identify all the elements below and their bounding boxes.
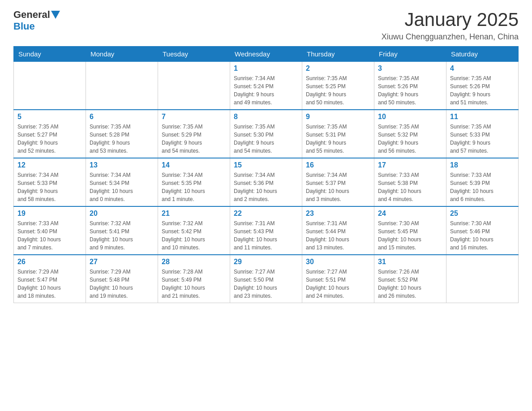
day-info: Sunrise: 7:35 AM Sunset: 5:33 PM Dayligh… [450,123,515,155]
logo-general-text: General [13,9,50,21]
day-info: Sunrise: 7:33 AM Sunset: 5:40 PM Dayligh… [17,219,82,252]
calendar-cell: 4Sunrise: 7:35 AM Sunset: 5:26 PM Daylig… [446,62,519,110]
logo-arrow-icon [51,11,60,19]
location-subtitle: Xiuwu Chengguanzhen, Henan, China [382,32,519,42]
day-number: 27 [90,258,154,266]
day-info: Sunrise: 7:35 AM Sunset: 5:26 PM Dayligh… [450,74,515,107]
calendar-cell: 15Sunrise: 7:34 AM Sunset: 5:36 PM Dayli… [230,158,302,206]
day-number: 4 [450,64,515,73]
day-number: 10 [378,113,442,121]
weekday-header-monday: Monday [86,47,158,62]
day-number: 24 [378,210,442,218]
day-info: Sunrise: 7:35 AM Sunset: 5:25 PM Dayligh… [306,74,370,107]
calendar-cell: 5Sunrise: 7:35 AM Sunset: 5:27 PM Daylig… [14,110,86,158]
calendar-header-row: SundayMondayTuesdayWednesdayThursdayFrid… [14,47,519,62]
calendar-week-row: 12Sunrise: 7:34 AM Sunset: 5:33 PM Dayli… [14,158,519,206]
day-number: 26 [17,258,82,266]
day-info: Sunrise: 7:33 AM Sunset: 5:39 PM Dayligh… [450,171,515,203]
day-number: 11 [450,113,515,121]
calendar-cell: 18Sunrise: 7:33 AM Sunset: 5:39 PM Dayli… [446,158,519,206]
day-info: Sunrise: 7:35 AM Sunset: 5:28 PM Dayligh… [90,123,154,155]
day-info: Sunrise: 7:32 AM Sunset: 5:41 PM Dayligh… [90,219,154,252]
calendar-cell: 14Sunrise: 7:34 AM Sunset: 5:35 PM Dayli… [158,158,230,206]
day-info: Sunrise: 7:35 AM Sunset: 5:26 PM Dayligh… [378,74,442,107]
day-info: Sunrise: 7:32 AM Sunset: 5:42 PM Dayligh… [162,219,226,252]
calendar-week-row: 26Sunrise: 7:29 AM Sunset: 5:47 PM Dayli… [14,255,519,303]
day-info: Sunrise: 7:35 AM Sunset: 5:31 PM Dayligh… [306,123,370,155]
day-number: 28 [162,258,226,266]
calendar-cell: 28Sunrise: 7:28 AM Sunset: 5:49 PM Dayli… [158,255,230,303]
calendar-cell: 13Sunrise: 7:34 AM Sunset: 5:34 PM Dayli… [86,158,158,206]
day-number: 23 [306,210,370,218]
calendar-cell: 25Sunrise: 7:30 AM Sunset: 5:46 PM Dayli… [446,206,519,255]
day-number: 25 [450,210,515,218]
day-number: 8 [234,113,298,121]
calendar-cell: 26Sunrise: 7:29 AM Sunset: 5:47 PM Dayli… [14,255,86,303]
day-number: 18 [450,161,515,169]
page-header: General Blue January 2025 Xiuwu Chenggua… [13,9,519,42]
calendar-cell: 8Sunrise: 7:35 AM Sunset: 5:30 PM Daylig… [230,110,302,158]
calendar-cell: 2Sunrise: 7:35 AM Sunset: 5:25 PM Daylig… [302,62,374,110]
day-number: 7 [162,113,226,121]
title-section: January 2025 Xiuwu Chengguanzhen, Henan,… [382,9,519,42]
day-info: Sunrise: 7:35 AM Sunset: 5:27 PM Dayligh… [17,123,82,155]
day-info: Sunrise: 7:27 AM Sunset: 5:50 PM Dayligh… [234,268,298,300]
weekday-header-thursday: Thursday [302,47,374,62]
day-number: 13 [90,161,154,169]
calendar-cell [446,255,519,303]
calendar-cell [158,62,230,110]
calendar-cell [86,62,158,110]
day-info: Sunrise: 7:29 AM Sunset: 5:48 PM Dayligh… [90,268,154,300]
day-info: Sunrise: 7:27 AM Sunset: 5:51 PM Dayligh… [306,268,370,300]
weekday-header-tuesday: Tuesday [158,47,230,62]
day-info: Sunrise: 7:31 AM Sunset: 5:44 PM Dayligh… [306,219,370,252]
calendar-cell: 11Sunrise: 7:35 AM Sunset: 5:33 PM Dayli… [446,110,519,158]
calendar-cell: 22Sunrise: 7:31 AM Sunset: 5:43 PM Dayli… [230,206,302,255]
calendar-cell: 7Sunrise: 7:35 AM Sunset: 5:29 PM Daylig… [158,110,230,158]
day-number: 3 [378,64,442,73]
day-number: 29 [234,258,298,266]
calendar-cell: 30Sunrise: 7:27 AM Sunset: 5:51 PM Dayli… [302,255,374,303]
weekday-header-friday: Friday [374,47,446,62]
calendar-cell: 27Sunrise: 7:29 AM Sunset: 5:48 PM Dayli… [86,255,158,303]
calendar-cell: 6Sunrise: 7:35 AM Sunset: 5:28 PM Daylig… [86,110,158,158]
day-info: Sunrise: 7:30 AM Sunset: 5:46 PM Dayligh… [450,219,515,252]
day-number: 21 [162,210,226,218]
day-number: 2 [306,64,370,73]
calendar-cell: 31Sunrise: 7:26 AM Sunset: 5:52 PM Dayli… [374,255,446,303]
day-info: Sunrise: 7:35 AM Sunset: 5:29 PM Dayligh… [162,123,226,155]
day-number: 30 [306,258,370,266]
calendar-week-row: 5Sunrise: 7:35 AM Sunset: 5:27 PM Daylig… [14,110,519,158]
weekday-header-wednesday: Wednesday [230,47,302,62]
day-number: 14 [162,161,226,169]
day-info: Sunrise: 7:34 AM Sunset: 5:33 PM Dayligh… [17,171,82,203]
day-number: 15 [234,161,298,169]
day-info: Sunrise: 7:29 AM Sunset: 5:47 PM Dayligh… [17,268,82,300]
day-info: Sunrise: 7:34 AM Sunset: 5:36 PM Dayligh… [234,171,298,203]
day-number: 22 [234,210,298,218]
calendar-cell [14,62,86,110]
calendar-cell: 9Sunrise: 7:35 AM Sunset: 5:31 PM Daylig… [302,110,374,158]
day-number: 19 [17,210,82,218]
calendar-week-row: 19Sunrise: 7:33 AM Sunset: 5:40 PM Dayli… [14,206,519,255]
calendar-cell: 16Sunrise: 7:34 AM Sunset: 5:37 PM Dayli… [302,158,374,206]
day-number: 12 [17,161,82,169]
day-number: 9 [306,113,370,121]
day-info: Sunrise: 7:31 AM Sunset: 5:43 PM Dayligh… [234,219,298,252]
month-title: January 2025 [382,9,519,30]
day-info: Sunrise: 7:30 AM Sunset: 5:45 PM Dayligh… [378,219,442,252]
day-number: 6 [90,113,154,121]
day-info: Sunrise: 7:33 AM Sunset: 5:38 PM Dayligh… [378,171,442,203]
calendar-cell: 20Sunrise: 7:32 AM Sunset: 5:41 PM Dayli… [86,206,158,255]
calendar-table: SundayMondayTuesdayWednesdayThursdayFrid… [13,46,519,303]
day-number: 17 [378,161,442,169]
day-info: Sunrise: 7:35 AM Sunset: 5:30 PM Dayligh… [234,123,298,155]
calendar-cell: 17Sunrise: 7:33 AM Sunset: 5:38 PM Dayli… [374,158,446,206]
calendar-cell: 29Sunrise: 7:27 AM Sunset: 5:50 PM Dayli… [230,255,302,303]
day-number: 20 [90,210,154,218]
day-info: Sunrise: 7:35 AM Sunset: 5:32 PM Dayligh… [378,123,442,155]
day-info: Sunrise: 7:34 AM Sunset: 5:34 PM Dayligh… [90,171,154,203]
weekday-header-sunday: Sunday [14,47,86,62]
calendar-cell: 19Sunrise: 7:33 AM Sunset: 5:40 PM Dayli… [14,206,86,255]
day-number: 5 [17,113,82,121]
